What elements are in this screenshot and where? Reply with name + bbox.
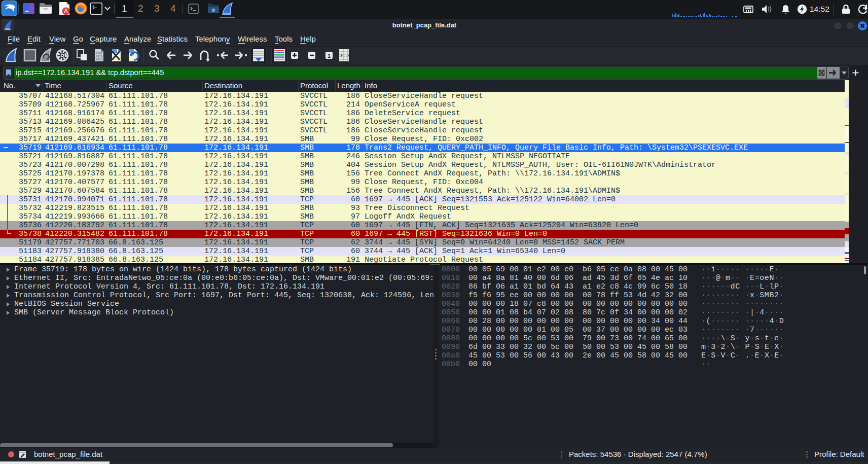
svg-text:$-: $- [92, 5, 97, 10]
svg-text:0011: 0011 [96, 58, 102, 61]
svg-text:1: 1 [328, 53, 331, 59]
